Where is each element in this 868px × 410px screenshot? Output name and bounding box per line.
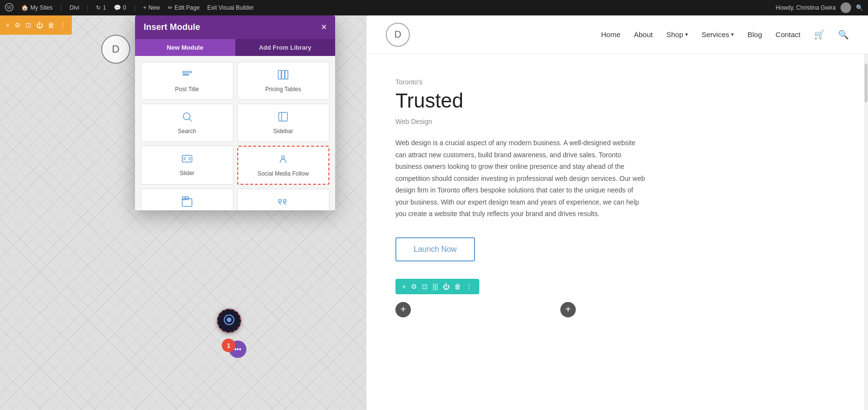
module-search-label: Search [178,128,196,135]
svg-text:W: W [7,5,12,10]
wordpress-icon: W [5,3,14,13]
site-logo: D [386,23,410,47]
module-search[interactable]: Search [141,104,233,142]
edit-page-item[interactable]: ✏ Edit Page [168,4,200,11]
plus-icon: + [143,4,147,11]
tab-new-module[interactable]: New Module [135,39,235,56]
svg-rect-5 [282,70,285,79]
scroll-indicator [864,54,868,410]
scroll-thumb [865,64,868,102]
comments-item[interactable]: 💬 0 [114,4,126,11]
search-icon[interactable]: 🔍 [856,4,863,11]
divi-edit-icon [223,314,235,328]
teal-trash-icon[interactable]: 🗑 [454,283,461,290]
svg-rect-9 [279,112,287,121]
module-post-title[interactable]: Post Title [141,62,233,100]
revision-item[interactable]: ↻ 1 [96,4,106,11]
power-icon[interactable]: ⏻ [36,21,43,29]
new-item[interactable]: + New [143,4,160,11]
comments-count: 0 [123,4,126,11]
teal-power-icon[interactable]: ⏻ [443,283,449,290]
divi-menu[interactable]: Divi [69,4,79,11]
social-media-follow-icon [277,153,289,167]
module-pricing-tables[interactable]: Pricing Tables [237,62,330,100]
page-toolbar: + ⚙ ⊡ ⏻ 🗑 ⋮ [0,15,72,35]
teal-toolbar: + ⚙ ⊡ ||| ⏻ 🗑 ⋮ [395,279,479,294]
new-label: New [149,4,160,11]
edit-page-label: Edit Page [175,4,200,11]
refresh-icon: ↻ [96,4,101,11]
trash-icon[interactable]: 🗑 [48,21,54,29]
svg-rect-15 [186,197,189,200]
hero-subtitle: Toronto's [395,78,839,86]
module-social-media-follow-label: Social Media Follow [258,170,309,177]
svg-point-12 [282,156,285,159]
add-section-button-1[interactable]: + [395,302,411,317]
post-title-icon [181,69,193,83]
teal-settings-icon[interactable]: ⚙ [411,283,417,290]
nav-blog[interactable]: Blog [747,30,762,39]
add-section-row: + + [395,302,839,317]
modal-close-button[interactable]: × [321,22,326,32]
module-grid: Post Title Pricing Tables [141,62,329,210]
nav-about[interactable]: About [634,30,652,39]
module-post-title-label: Post Title [175,86,199,93]
module-social-media-follow[interactable]: Social Media Follow 2 [237,146,330,185]
teal-add-icon[interactable]: + [402,283,406,290]
module-sidebar[interactable]: Sidebar [237,104,330,142]
wordpress-logo[interactable]: W [5,3,14,13]
svg-line-8 [189,119,191,122]
nav-services[interactable]: Services [702,30,734,39]
nav-shop-label: Shop [666,30,683,39]
tab-add-from-library[interactable]: Add From Library [235,39,336,56]
site-navigation: D Home About Shop Services Blog Co [366,15,868,54]
nav-home-label: Home [601,30,620,39]
badge-1: 1 [222,339,235,352]
revision-count: 1 [103,4,106,11]
admin-bar-right: Howdy, Christina Gwira 🔍 [776,2,863,13]
more-options-icon[interactable]: ⋮ [59,21,66,29]
nav-cart-icon[interactable]: 🛒 [814,29,825,40]
nav-shop[interactable]: Shop [666,30,688,39]
exit-visual-builder-item[interactable]: Exit Visual Builder [207,4,254,11]
my-sites-menu[interactable]: 🏠 My Sites [21,4,53,11]
comments-icon: 💬 [114,4,121,11]
nav-services-label: Services [702,30,730,39]
teal-columns-icon[interactable]: ||| [433,283,438,290]
nav-contact[interactable]: Contact [775,30,800,39]
settings-icon[interactable]: ⚙ [14,21,21,29]
pricing-tables-icon [277,69,289,83]
nav-contact-label: Contact [775,30,800,39]
divi-label: Divi [69,4,79,11]
module-testimonial[interactable]: Testimonial [237,189,330,210]
modal-header: Insert Module × [135,15,335,39]
module-slider[interactable]: Slider [141,146,233,185]
module-pricing-tables-label: Pricing Tables [265,86,301,93]
right-area: D Home About Shop Services Blog Co [366,15,868,410]
modal-body: Post Title Pricing Tables [135,56,335,210]
user-avatar [841,2,851,13]
divi-edit-button[interactable] [217,309,241,333]
nav-items: Home About Shop Services Blog Contact 🛒 [601,29,849,40]
main-layout: D Insert Module × New Module Add From Li… [0,15,868,410]
add-section-button-2[interactable]: + [560,302,576,317]
nav-about-label: About [634,30,652,39]
launch-now-button[interactable]: Launch Now [395,237,475,261]
testimonial-icon [277,196,289,210]
svg-point-7 [183,113,190,120]
module-tabs[interactable]: Tabs [141,189,233,210]
search-module-icon [181,111,193,125]
svg-rect-3 [183,74,189,75]
nav-search-icon[interactable]: 🔍 [838,29,849,40]
teal-layout-icon[interactable]: ⊡ [422,283,428,290]
module-sidebar-label: Sidebar [273,128,293,135]
add-section-icon[interactable]: + [6,21,10,29]
divi-logo-circle: D [101,35,130,64]
layout-icon[interactable]: ⊡ [26,21,31,29]
hero-body-text: Web design is a crucial aspect of any mo… [395,137,646,220]
svg-rect-4 [278,70,281,79]
teal-more-icon[interactable]: ⋮ [466,283,473,290]
pencil-icon: ✏ [168,4,173,11]
nav-home[interactable]: Home [601,30,620,39]
insert-module-modal: Insert Module × New Module Add From Libr… [135,15,335,210]
